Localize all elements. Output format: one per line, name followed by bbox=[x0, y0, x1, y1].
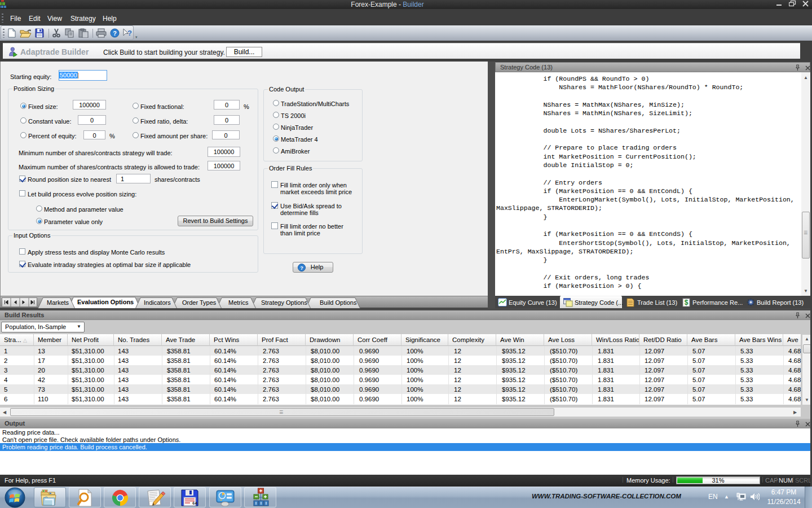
svg-text:?: ? bbox=[127, 29, 132, 37]
svg-text:$: $ bbox=[685, 299, 689, 306]
svg-text:?: ? bbox=[113, 30, 117, 37]
svg-text:64: 64 bbox=[192, 501, 198, 506]
svg-text:?: ? bbox=[300, 265, 303, 271]
